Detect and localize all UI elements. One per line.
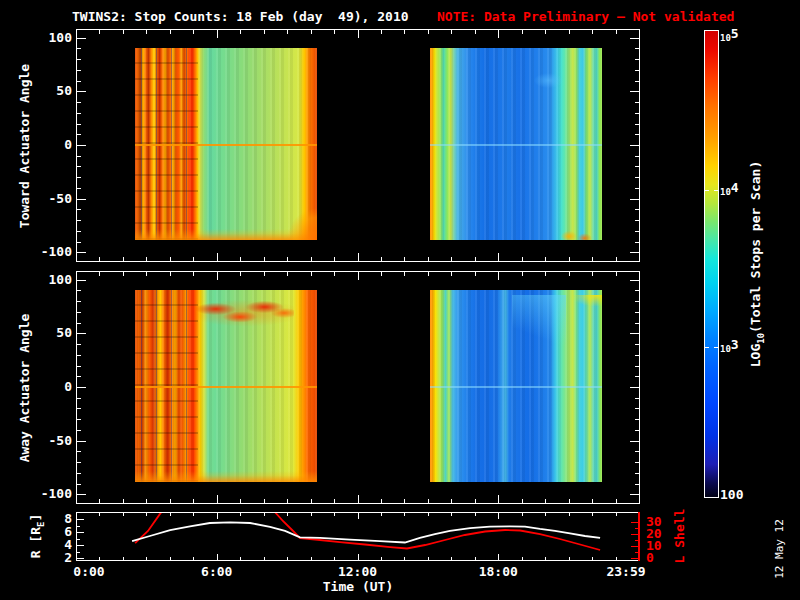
axis-tick	[311, 257, 312, 261]
axis-tick	[545, 499, 546, 503]
axis-tick	[77, 376, 81, 377]
axis-tick	[545, 30, 546, 34]
strip-chart-svg	[77, 513, 639, 560]
preliminary-note: NOTE: Data Preliminary – Not validated	[437, 9, 734, 24]
zero-scan-line	[135, 386, 317, 388]
x-tick-label: 23:59	[596, 565, 656, 579]
colorbar-tick-label: 103	[720, 337, 739, 356]
axis-tick	[217, 30, 218, 38]
axis-tick	[77, 124, 81, 125]
axis-tick	[311, 272, 312, 276]
y-tick-label: 0	[0, 138, 72, 152]
axis-tick	[77, 430, 81, 431]
axis-tick	[498, 253, 499, 261]
axis-tick	[77, 355, 81, 356]
axis-tick	[639, 272, 640, 280]
y-tick-label: 100	[0, 273, 72, 287]
axis-tick	[635, 48, 639, 49]
axis-tick	[635, 312, 639, 313]
axis-tick	[287, 272, 288, 276]
axis-tick	[77, 344, 81, 345]
axis-tick	[635, 134, 639, 135]
axis-tick	[630, 494, 639, 495]
axis-tick	[451, 30, 452, 34]
axis-tick	[635, 451, 639, 452]
axis-tick	[569, 30, 570, 34]
axis-tick	[76, 253, 77, 261]
heatmap-feature	[559, 222, 592, 239]
axis-tick	[77, 398, 81, 399]
axis-tick	[635, 166, 639, 167]
axis-tick	[77, 231, 81, 232]
axis-tick	[77, 70, 81, 71]
axis-tick	[287, 30, 288, 34]
axis-tick	[264, 257, 265, 261]
axis-tick	[404, 272, 405, 276]
axis-tick	[635, 177, 639, 178]
axis-tick	[451, 272, 452, 276]
axis-tick	[146, 499, 147, 503]
axis-tick	[77, 102, 81, 103]
colorbar-label: LOG10(Total Stops per Scan)	[748, 161, 766, 368]
axis-tick	[592, 499, 593, 503]
axis-tick	[635, 366, 639, 367]
axis-tick	[592, 257, 593, 261]
axis-tick	[635, 113, 639, 114]
lshell-tick-label: 30	[646, 515, 662, 529]
colorbar-min-label: 100	[720, 487, 743, 502]
axis-tick	[635, 70, 639, 71]
axis-tick	[170, 30, 171, 34]
axis-tick	[616, 30, 617, 34]
axis-tick	[635, 156, 639, 157]
axis-tick	[704, 190, 709, 191]
lshell-axis-label: L Shell	[672, 509, 687, 564]
axis-tick	[522, 257, 523, 261]
r-tick-label: 8	[0, 512, 72, 526]
axis-tick	[381, 499, 382, 503]
x-axis-title: Time (UT)	[298, 580, 418, 594]
axis-tick	[170, 257, 171, 261]
axis-tick	[428, 499, 429, 503]
axis-tick	[635, 290, 639, 291]
axis-tick	[77, 473, 81, 474]
x-tick-label: 0:00	[59, 565, 119, 579]
axis-tick	[635, 59, 639, 60]
axis-tick	[77, 199, 86, 200]
y-tick-label: 0	[0, 380, 72, 394]
axis-tick	[77, 81, 81, 82]
axis-tick	[635, 188, 639, 189]
axis-tick	[217, 272, 218, 280]
lshell-tick-label: 10	[646, 539, 662, 553]
axis-tick	[616, 272, 617, 276]
axis-tick	[630, 333, 639, 334]
axis-tick	[99, 30, 100, 34]
axis-tick	[77, 156, 81, 157]
r-tick-label: 2	[0, 551, 72, 565]
axis-tick	[630, 145, 639, 146]
axis-tick	[451, 257, 452, 261]
axis-tick	[704, 347, 709, 348]
axis-tick	[428, 257, 429, 261]
y-tick-label: -50	[0, 192, 72, 206]
axis-tick	[635, 473, 639, 474]
colorbar-tick-base: 10	[720, 187, 731, 197]
axis-tick	[311, 30, 312, 34]
axis-tick	[635, 209, 639, 210]
lshell-tick-label: 20	[646, 527, 662, 541]
axis-tick	[498, 495, 499, 503]
axis-tick	[146, 272, 147, 276]
axis-tick	[77, 166, 81, 167]
axis-tick	[635, 355, 639, 356]
colorbar-label-post: (Total Stops per Scan)	[748, 161, 763, 333]
axis-tick	[635, 344, 639, 345]
axis-tick	[123, 272, 124, 276]
axis-tick	[635, 301, 639, 302]
colorbar-gradient	[705, 31, 718, 497]
axis-tick	[358, 495, 359, 503]
axis-tick	[77, 188, 81, 189]
axis-tick	[240, 272, 241, 276]
axis-tick	[635, 220, 639, 221]
axis-tick	[77, 494, 86, 495]
axis-tick	[217, 495, 218, 503]
axis-tick	[630, 252, 639, 253]
